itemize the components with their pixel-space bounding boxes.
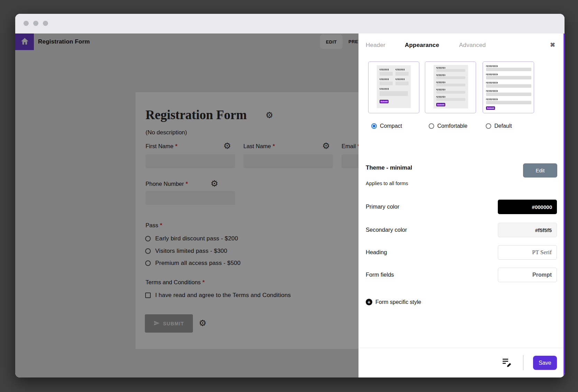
edit-css-button[interactable] <box>502 357 512 368</box>
thumb-preview: Submit <box>377 65 411 108</box>
secondary-color-swatch[interactable]: #f5f5f5 <box>498 223 557 237</box>
thumbnail-compact[interactable]: Submit <box>368 61 419 113</box>
form-specific-style-button[interactable]: Form specific style <box>366 299 421 305</box>
appearance-panel: Header Appearance Advanced ✖ Submit <box>358 34 565 377</box>
radio-icon[interactable] <box>486 123 491 129</box>
window-control-dot[interactable] <box>33 21 38 26</box>
setting-label-form-fields: Form fields <box>366 271 394 278</box>
tab-header[interactable]: Header <box>366 42 385 49</box>
form-fields-font-select[interactable]: Prompt <box>498 268 557 282</box>
tab-appearance[interactable]: Appearance <box>405 42 439 49</box>
setting-label-primary-color: Primary color <box>366 203 399 210</box>
setting-label-secondary-color: Secondary color <box>366 227 407 233</box>
theme-scope-note: Applies to all forms <box>366 181 408 186</box>
browser-titlebar <box>15 14 565 34</box>
plus-icon <box>366 299 372 305</box>
tab-advanced[interactable]: Advanced <box>459 42 486 49</box>
theme-edit-button[interactable]: Edit <box>523 163 557 178</box>
layout-option-default[interactable]: Default <box>486 123 512 130</box>
thumbnail-default[interactable]: Submit <box>483 61 534 113</box>
window-control-dot[interactable] <box>43 21 48 26</box>
list-edit-icon <box>502 363 512 368</box>
radio-icon[interactable] <box>429 123 434 129</box>
browser-window: Registration Form EDIT PREVIEW Registrat… <box>15 14 565 377</box>
radio-icon[interactable] <box>371 123 377 129</box>
thumbnail-comfortable[interactable]: Submit <box>425 61 476 113</box>
theme-title: Theme - minimal <box>366 164 412 171</box>
layout-option-comfortable[interactable]: Comfortable <box>429 123 467 130</box>
primary-color-swatch[interactable]: #000000 <box>498 200 557 214</box>
save-button[interactable]: Save <box>533 356 557 370</box>
layout-option-compact[interactable]: Compact <box>371 123 402 130</box>
close-icon[interactable]: ✖ <box>550 41 555 49</box>
heading-font-select[interactable]: PT Serif <box>498 245 557 260</box>
thumb-submit-chip: Submit <box>380 100 389 103</box>
thumb-preview: Submit <box>434 65 468 108</box>
window-control-dot[interactable] <box>24 21 29 26</box>
setting-label-heading: Heading <box>366 249 387 256</box>
thumb-submit-chip: Submit <box>486 106 495 110</box>
footer-divider <box>358 348 563 348</box>
thumb-submit-chip: Submit <box>436 103 445 106</box>
footer-separator <box>523 355 523 370</box>
